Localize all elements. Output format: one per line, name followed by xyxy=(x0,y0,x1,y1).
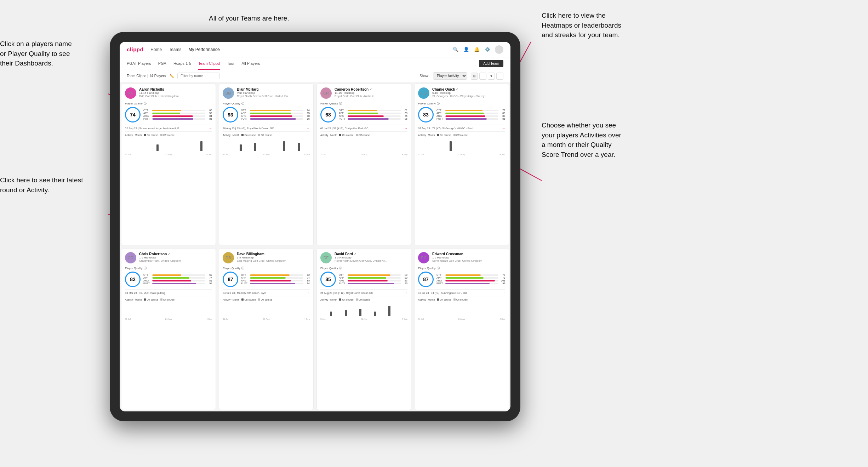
activity-section: Activity · Month On course Off course xyxy=(125,134,212,155)
player-grid: AN Aaron Nicholls 11-15 Handicap Drift G… xyxy=(120,82,510,411)
show-select[interactable]: Player Activity Quality Score xyxy=(433,72,467,80)
quality-label: Player Quality ⓘ xyxy=(223,266,310,270)
quality-score[interactable]: 82 xyxy=(125,272,141,287)
player-name[interactable]: David Ford ✓ xyxy=(335,252,407,256)
stat-row-app: APP 77 xyxy=(143,277,212,279)
player-avatar: EC xyxy=(418,252,429,263)
player-club: St. George's Hill GC - Weybridge - Surre… xyxy=(432,95,505,98)
subtab-hcaps[interactable]: Hcaps 1-5 xyxy=(173,57,191,70)
avatar[interactable] xyxy=(495,45,503,54)
round-arrow[interactable]: → xyxy=(209,291,212,295)
recent-round[interactable]: 07 Aug 23 | 77 (+7), St George's Hill GC… xyxy=(418,125,505,132)
player-name[interactable]: Chris Robertson ✓ xyxy=(139,252,212,256)
quality-score[interactable]: 93 xyxy=(223,107,238,123)
quality-stats: OTT 60 APP 77 ARG 81 PU xyxy=(143,274,212,285)
nav-item-performance[interactable]: My Performance xyxy=(189,47,220,52)
activity-chart: 31 Jul 21 Aug 4 Sep xyxy=(125,138,212,155)
search-input[interactable] xyxy=(177,73,220,79)
stat-row-putt: PUTT 95 xyxy=(241,118,310,120)
recent-round[interactable]: 02 Jul 23 | 59 (+17), Craigmillar Park G… xyxy=(320,125,407,132)
round-arrow[interactable]: → xyxy=(404,126,407,130)
edit-icon[interactable]: ✏️ xyxy=(170,74,174,78)
player-header: BM Blair McHarg Plus Handicap Royal Nort… xyxy=(223,87,310,99)
player-card[interactable]: CR Chris Robertson ✓ 1-5 Handicap Craigm… xyxy=(121,248,216,410)
quality-section: Player Quality ⓘ 87 OTT 73 APP 79 ARG xyxy=(418,266,505,287)
player-card[interactable]: BM Blair McHarg Plus Handicap Royal Nort… xyxy=(219,84,314,245)
list-view-icon[interactable]: ☰ xyxy=(479,73,486,80)
user-icon[interactable]: 👤 xyxy=(463,46,469,53)
subtab-pgat[interactable]: PGAT Players xyxy=(127,57,151,70)
player-club: Royal Perth Golf Club, Australia xyxy=(335,95,407,98)
tablet-screen: clippd Home Teams My Performance 🔍 👤 🔔 ⚙… xyxy=(120,42,510,411)
recent-round[interactable]: 26 Aug 23 | 84 (+12), Royal North Devon … xyxy=(320,289,407,296)
stat-row-app: APP 80 xyxy=(339,277,407,279)
stat-row-putt: PUTT 92 xyxy=(436,282,505,285)
player-info: Cameron Robertson ✓ 11-15 Handicap Royal… xyxy=(335,87,407,98)
annotation-top-center: All of your Teams are here. xyxy=(209,13,289,23)
player-club: Craigmillar Park, United Kingdom xyxy=(139,259,212,262)
activity-label: Activity · Month On course Off course xyxy=(125,134,212,136)
quality-score[interactable]: 87 xyxy=(418,272,434,287)
player-info: Dave Billingham 1-5 Handicap Sag Maging … xyxy=(237,252,310,262)
quality-score[interactable]: 68 xyxy=(320,107,336,123)
player-name[interactable]: Edward Crossman xyxy=(432,252,505,256)
quality-score[interactable]: 85 xyxy=(320,272,336,287)
round-arrow[interactable]: → xyxy=(307,126,310,130)
filter-icon[interactable]: ▼ xyxy=(488,73,495,80)
stat-row-arg: ARG 81 xyxy=(143,279,212,282)
stat-row-putt: PUTT 86 xyxy=(436,118,505,120)
quality-score[interactable]: 87 xyxy=(223,272,238,287)
nav-item-home[interactable]: Home xyxy=(150,47,162,52)
player-avatar: CR xyxy=(320,87,332,99)
player-avatar: CQ xyxy=(418,87,429,99)
player-name[interactable]: Blair McHarg xyxy=(237,87,310,91)
nav-items: Home Teams My Performance xyxy=(150,47,445,52)
round-arrow[interactable]: → xyxy=(502,126,505,130)
nav-item-teams[interactable]: Teams xyxy=(169,47,181,52)
quality-content: 93 OTT 84 APP 85 ARG xyxy=(223,107,310,123)
round-arrow[interactable]: → xyxy=(307,291,310,295)
player-header: DB Dave Billingham 1-5 Handicap Sag Magi… xyxy=(223,252,310,263)
activity-label: Activity · Month On course Off course xyxy=(320,298,407,301)
player-card[interactable]: DF David Ford ✓ 1-5 Handicap Royal North… xyxy=(316,248,411,410)
subtab-team-clippd[interactable]: Team Clippd xyxy=(198,57,220,70)
search-icon[interactable]: 🔍 xyxy=(452,46,459,53)
player-handicap: 1-5 Handicap xyxy=(335,256,407,259)
quality-score[interactable]: 83 xyxy=(418,107,434,123)
subtab-all-players[interactable]: All Players xyxy=(242,57,260,70)
quality-score[interactable]: 74 xyxy=(125,107,141,123)
player-card[interactable]: CR Cameron Robertson ✓ 11-15 Handicap Ro… xyxy=(316,84,411,245)
round-arrow[interactable]: → xyxy=(209,126,212,130)
recent-round[interactable]: 03 Mar 23 | 19, Must make putting → xyxy=(125,289,212,296)
player-name[interactable]: Dave Billingham xyxy=(237,252,310,256)
show-label: Show: xyxy=(419,74,429,78)
grid-view-icon[interactable]: ⊞ xyxy=(471,73,478,80)
round-arrow[interactable]: → xyxy=(502,291,505,295)
activity-chart: 31 Jul 21 Aug 4 Sep xyxy=(223,138,310,155)
recent-round[interactable]: 04 Sep 23 | Mobility with coach, Gym → xyxy=(223,289,310,296)
quality-content: 83 OTT 77 APP 80 ARG xyxy=(418,107,505,123)
player-card[interactable]: EC Edward Crossman 1-5 Handicap Sunningd… xyxy=(414,248,509,410)
recent-round[interactable]: 26 Aug 23 | 73 (+1), Royal North Devon G… xyxy=(223,125,310,132)
round-arrow[interactable]: → xyxy=(404,291,407,295)
player-card[interactable]: CQ Charlie Quick ✓ 6-10 Handicap St. Geo… xyxy=(414,84,509,245)
subtab-pga[interactable]: PGA xyxy=(158,57,166,70)
player-club: Drift Golf Club, United Kingdom xyxy=(139,95,212,98)
stat-row-ott: OTT 89 xyxy=(339,274,407,276)
stat-row-arg: ARG 84 xyxy=(143,115,212,117)
settings-icon[interactable]: ⚙️ xyxy=(484,46,491,53)
quality-label: Player Quality ⓘ xyxy=(418,266,505,270)
activity-section: Activity · Month On course Off course xyxy=(223,298,310,320)
add-team-button[interactable]: Add Team xyxy=(479,60,503,67)
recent-round[interactable]: 02 Sep 23 | Sunset round to get back int… xyxy=(125,125,212,132)
subtab-tour[interactable]: Tour xyxy=(227,57,234,70)
player-card[interactable]: AN Aaron Nicholls 11-15 Handicap Drift G… xyxy=(121,84,216,245)
player-card[interactable]: DB Dave Billingham 1-5 Handicap Sag Magi… xyxy=(219,248,314,410)
player-name[interactable]: Aaron Nicholls xyxy=(139,87,212,91)
recent-round[interactable]: 18 Jul 23 | 74 (+4), Sunningdale GC - Ol… xyxy=(418,289,505,296)
quality-stats: OTT 89 APP 80 ARG 83 PU xyxy=(339,274,407,285)
more-icon[interactable]: ⋮ xyxy=(496,73,503,80)
player-name[interactable]: Cameron Robertson ✓ xyxy=(335,87,407,91)
bell-icon[interactable]: 🔔 xyxy=(474,46,480,53)
player-name[interactable]: Charlie Quick ✓ xyxy=(432,87,505,91)
